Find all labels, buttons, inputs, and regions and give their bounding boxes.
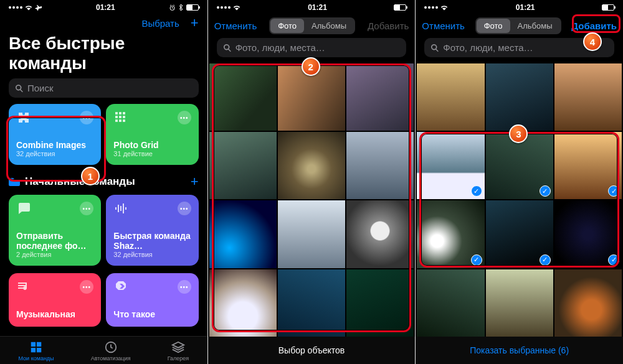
shortcut-card-shazam[interactable]: ••• Быстрая команда Shaz… 32 действия <box>106 195 198 266</box>
card-more-button[interactable]: ••• <box>80 280 93 294</box>
card-more-button[interactable]: ••• <box>80 202 93 215</box>
photo-thumbnail[interactable] <box>346 63 414 131</box>
photo-thumbnail-selected[interactable]: ✓ <box>554 200 622 268</box>
search-placeholder: Фото, люди, места… <box>443 42 533 53</box>
check-icon: ✓ <box>608 254 619 266</box>
photo-thumbnail[interactable] <box>554 63 622 131</box>
waveform-icon <box>113 201 128 216</box>
tab-gallery[interactable]: Галерея <box>168 340 189 362</box>
tiles-icon <box>29 340 43 354</box>
check-icon: ✓ <box>540 254 551 266</box>
signal-icon <box>424 6 438 9</box>
footer-label: Показать выбранные (6) <box>470 345 569 355</box>
tab-label: Автоматизация <box>91 355 131 362</box>
music-list-icon <box>16 279 31 294</box>
shortcuts-icon <box>113 279 128 294</box>
screen-photo-picker-selected: 01:21 Отменить Фото Альбомы Добавить Фот… <box>416 0 623 364</box>
photo-thumbnail[interactable] <box>486 269 553 337</box>
seg-albums[interactable]: Альбомы <box>304 19 354 33</box>
photo-thumbnail-selected[interactable]: ✓ <box>417 200 484 268</box>
battery-icon <box>186 4 199 11</box>
card-title: Отправить последнее фо… <box>16 231 93 251</box>
photo-thumbnail[interactable] <box>554 269 622 337</box>
photo-grid: ✓ ✓ ✓ ✓ ✓ ✓ <box>416 63 623 337</box>
segmented-control[interactable]: Фото Альбомы <box>475 17 561 34</box>
photo-thumbnail[interactable] <box>209 132 277 199</box>
search-icon <box>430 44 439 52</box>
section-header-starter: Начальные команды + <box>0 172 207 195</box>
photo-thumbnail[interactable] <box>417 63 484 131</box>
tab-automation[interactable]: Автоматизация <box>91 340 131 362</box>
cancel-button[interactable]: Отменить <box>422 21 465 31</box>
add-starter-button[interactable]: + <box>191 174 199 190</box>
wifi-icon <box>24 4 33 11</box>
battery-icon <box>602 4 614 11</box>
photo-thumbnail[interactable] <box>346 132 414 199</box>
grid-icon <box>113 110 128 125</box>
airplane-icon <box>35 4 42 11</box>
card-more-button[interactable]: ••• <box>178 280 191 294</box>
photo-thumbnail-selected[interactable]: ✓ <box>486 200 553 268</box>
photo-thumbnail[interactable] <box>278 132 345 199</box>
cancel-button[interactable]: Отменить <box>214 21 257 31</box>
photo-thumbnail[interactable] <box>346 200 414 268</box>
status-bar: 01:21 <box>0 0 207 14</box>
seg-photos[interactable]: Фото <box>270 19 304 33</box>
shortcut-card-combine-images[interactable]: ••• Combine Images 32 действия <box>9 104 101 165</box>
wifi-icon <box>232 4 241 11</box>
picker-search-input[interactable]: Фото, люди, места… <box>217 38 407 57</box>
search-input[interactable]: Поиск <box>9 78 199 98</box>
photo-thumbnail-selected[interactable]: ✓ <box>417 132 484 199</box>
search-placeholder: Поиск <box>27 83 54 93</box>
shortcut-card-music[interactable]: ••• Музыкальная <box>9 273 101 327</box>
picker-search-input[interactable]: Фото, люди, места… <box>424 38 614 57</box>
add-button-disabled: Добавить <box>368 21 409 31</box>
shortcut-card-send-last-photo[interactable]: ••• Отправить последнее фо… 2 действия <box>9 195 101 266</box>
battery-icon <box>394 4 406 11</box>
photo-thumbnail[interactable] <box>209 200 277 268</box>
stack-icon <box>171 340 185 354</box>
card-more-button[interactable]: ••• <box>178 111 191 124</box>
check-icon: ✓ <box>540 185 551 197</box>
search-icon <box>223 44 232 52</box>
footer-label: Выбор объектов <box>278 345 345 355</box>
status-time: 01:21 <box>516 3 535 12</box>
card-subtitle: 32 действия <box>16 150 93 157</box>
card-title: Что такое <box>113 309 191 319</box>
card-subtitle: 2 действия <box>16 251 93 258</box>
tab-label: Галерея <box>168 355 189 362</box>
search-placeholder: Фото, люди, места… <box>235 42 325 53</box>
add-button[interactable]: Добавить <box>571 21 617 31</box>
photo-thumbnail[interactable] <box>278 200 345 268</box>
shortcut-card-photo-grid[interactable]: ••• Photo Grid 31 действие <box>106 104 198 165</box>
photo-thumbnail[interactable] <box>209 269 277 337</box>
screen-shortcuts: 01:21 Выбрать + Все быстрые команды Поис… <box>0 0 207 364</box>
photo-thumbnail[interactable] <box>346 269 414 337</box>
status-bar: 01:21 <box>416 0 623 14</box>
seg-photos[interactable]: Фото <box>477 19 510 33</box>
card-more-button[interactable]: ••• <box>178 202 191 215</box>
shortcut-card-whatis[interactable]: ••• Что такое <box>106 273 198 327</box>
tab-label: Мои команды <box>19 355 54 362</box>
photo-thumbnail[interactable] <box>417 269 484 337</box>
card-more-button[interactable]: ••• <box>80 111 93 124</box>
folder-icon <box>9 177 20 187</box>
photo-thumbnail[interactable] <box>278 269 345 337</box>
add-shortcut-button[interactable]: + <box>191 16 199 30</box>
card-title: Музыкальная <box>16 309 93 319</box>
alarm-icon <box>169 4 176 11</box>
photo-thumbnail-selected[interactable]: ✓ <box>554 132 622 199</box>
seg-albums[interactable]: Альбомы <box>510 19 560 33</box>
picker-header: Отменить Фото Альбомы Добавить <box>208 14 416 38</box>
tab-my-shortcuts[interactable]: Мои команды <box>19 340 54 362</box>
check-icon: ✓ <box>608 185 619 197</box>
photo-thumbnail-selected[interactable]: ✓ <box>486 132 553 199</box>
card-subtitle: 31 действие <box>113 150 191 157</box>
photo-thumbnail[interactable] <box>486 63 553 131</box>
show-selected-button[interactable]: Показать выбранные (6) <box>416 337 623 364</box>
select-button[interactable]: Выбрать <box>141 18 179 29</box>
photo-thumbnail[interactable] <box>278 63 345 131</box>
photo-thumbnail[interactable] <box>209 63 277 131</box>
segmented-control[interactable]: Фото Альбомы <box>269 17 355 34</box>
bluetooth-icon <box>179 4 183 11</box>
